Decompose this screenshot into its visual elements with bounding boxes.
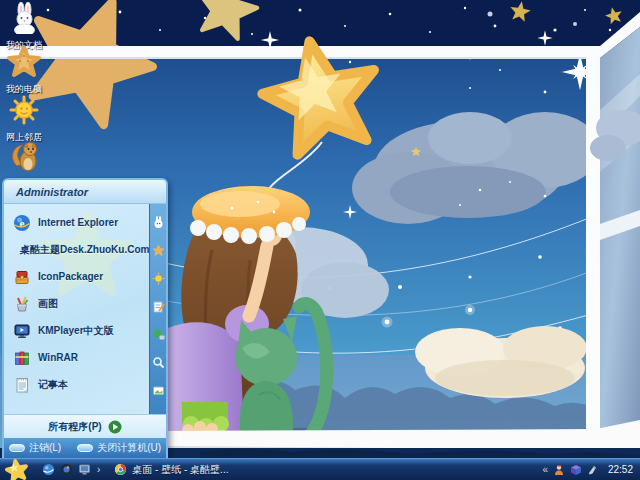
taskbar-task-wallpaper[interactable]: 桌面 - 壁纸 - 桌酷壁... — [114, 463, 228, 477]
quick-launch — [42, 463, 91, 476]
menu-item-kmplayer[interactable]: KMPlayer中文版 — [4, 317, 149, 344]
winrar-icon — [13, 349, 31, 367]
internet-explorer-icon: e — [13, 214, 31, 232]
tray-ime-cube-icon[interactable] — [570, 464, 582, 476]
help-mini-icon[interactable] — [152, 328, 165, 341]
window-frame-right — [586, 46, 600, 432]
quick-launch-browser-icon[interactable] — [42, 463, 55, 476]
start-menu: Administrator e Internet Explorer — [2, 178, 168, 458]
start-menu-header: Administrator — [4, 180, 166, 204]
paint-icon — [13, 295, 31, 313]
user-name: Administrator — [16, 186, 88, 198]
start-button[interactable] — [0, 459, 34, 480]
squirrel-icon — [6, 138, 42, 172]
search-mini-icon[interactable] — [152, 356, 165, 369]
log-off-icon — [9, 444, 25, 452]
documents-pencil-mini-icon[interactable] — [152, 300, 165, 313]
all-programs-button[interactable]: 所有程序(P) — [4, 414, 166, 438]
tray-language-icon[interactable] — [587, 464, 599, 476]
task-app-icon — [114, 463, 127, 476]
all-programs-arrow-icon — [108, 420, 122, 434]
iconpackager-icon — [13, 268, 31, 286]
menu-item-winrar[interactable]: WinRAR — [4, 344, 149, 371]
system-tray: « 22:52 — [542, 459, 640, 480]
desktop-screen: 我的文档 我的电脑 网上邻居 — [0, 0, 640, 480]
taskbar: › 桌面 - 壁纸 - 桌酷壁... « — [0, 458, 640, 480]
notepad-icon — [13, 376, 31, 394]
start-menu-places-strip — [149, 204, 166, 414]
tray-clock[interactable]: 22:52 — [608, 464, 633, 475]
tray-messenger-icon[interactable] — [553, 464, 565, 476]
menu-item-zhuoku-theme[interactable]: ZK 桌酷主题Desk.ZhuoKu.Com — [4, 236, 149, 263]
quick-launch-desktop-icon[interactable] — [78, 463, 91, 476]
task-label: 桌面 - 壁纸 - 桌酷壁... — [132, 463, 228, 477]
menu-item-internet-explorer[interactable]: e Internet Explorer — [4, 209, 149, 236]
start-menu-footer: 注销(L) 关闭计算机(U) — [4, 438, 166, 458]
quick-launch-expand-icon[interactable]: › — [97, 464, 100, 475]
start-star-icon — [3, 459, 31, 480]
desktop-icon-network-places[interactable]: 网上邻居 — [0, 94, 56, 144]
start-menu-program-list: e Internet Explorer ZK 桌酷主题Desk.ZhuoKu — [4, 204, 149, 414]
kmplayer-icon — [13, 322, 31, 340]
log-off-button[interactable]: 注销(L) — [9, 441, 61, 455]
window-frame-top — [0, 46, 600, 58]
my-documents-mini-icon[interactable] — [152, 216, 165, 229]
shut-down-icon — [77, 444, 93, 452]
desktop-icon-my-computer[interactable]: 我的电脑 — [0, 44, 56, 96]
sun-icon — [6, 94, 42, 126]
menu-item-iconpackager[interactable]: IconPackager — [4, 263, 149, 290]
network-mini-icon[interactable] — [152, 272, 165, 285]
quick-launch-media-icon[interactable] — [60, 463, 73, 476]
menu-item-paint[interactable]: 画图 — [4, 290, 149, 317]
tray-collapse-icon[interactable]: « — [542, 464, 548, 475]
menu-item-notepad[interactable]: 记事本 — [4, 371, 149, 398]
rabbit-icon — [6, 2, 42, 34]
run-mini-icon[interactable] — [152, 384, 165, 397]
shut-down-button[interactable]: 关闭计算机(U) — [77, 441, 161, 455]
starfish-icon — [6, 44, 42, 78]
my-computer-mini-icon[interactable] — [152, 244, 165, 257]
